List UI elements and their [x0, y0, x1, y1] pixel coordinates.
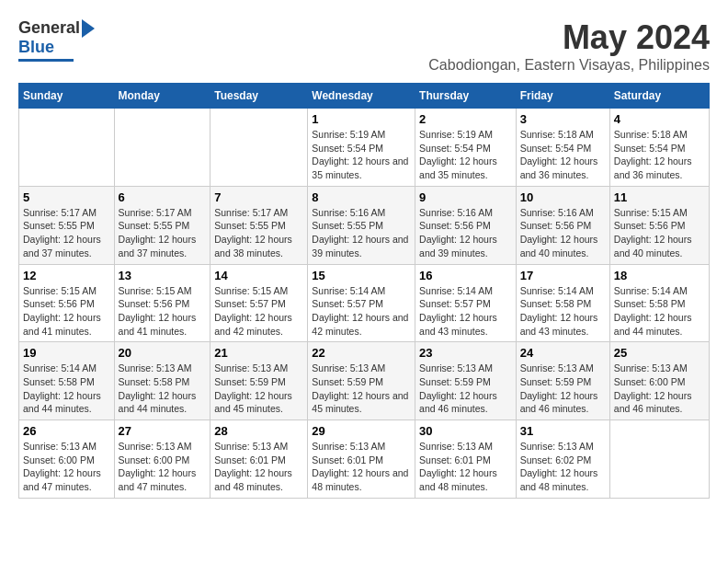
day-info: Sunrise: 5:17 AMSunset: 5:55 PMDaylight:…: [23, 206, 110, 260]
day-cell: 23Sunrise: 5:13 AMSunset: 5:59 PMDayligh…: [415, 342, 517, 420]
week-row-4: 19Sunrise: 5:14 AMSunset: 5:58 PMDayligh…: [19, 342, 710, 420]
day-cell: 24Sunrise: 5:13 AMSunset: 5:59 PMDayligh…: [516, 342, 609, 420]
day-cell: 3Sunrise: 5:18 AMSunset: 5:54 PMDaylight…: [516, 109, 609, 187]
day-cell: 30Sunrise: 5:13 AMSunset: 6:01 PMDayligh…: [415, 420, 517, 499]
day-info: Sunrise: 5:15 AMSunset: 5:56 PMDaylight:…: [119, 284, 207, 339]
logo-blue: Blue: [18, 38, 54, 57]
day-number: 19: [23, 346, 110, 360]
day-info: Sunrise: 5:13 AMSunset: 6:00 PMDaylight:…: [119, 440, 207, 494]
day-number: 6: [119, 190, 207, 204]
day-cell: 10Sunrise: 5:16 AMSunset: 5:56 PMDayligh…: [516, 186, 609, 264]
day-number: 25: [614, 346, 705, 360]
day-info: Sunrise: 5:15 AMSunset: 5:57 PMDaylight:…: [214, 284, 303, 339]
day-info: Sunrise: 5:18 AMSunset: 5:54 PMDaylight:…: [520, 128, 606, 182]
header-row: SundayMondayTuesdayWednesdayThursdayFrid…: [19, 84, 710, 109]
day-cell: 14Sunrise: 5:15 AMSunset: 5:57 PMDayligh…: [210, 264, 308, 342]
day-number: 28: [214, 424, 303, 438]
col-header-wednesday: Wednesday: [308, 84, 415, 109]
day-cell: 15Sunrise: 5:14 AMSunset: 5:57 PMDayligh…: [308, 264, 415, 342]
day-cell: 8Sunrise: 5:16 AMSunset: 5:55 PMDaylight…: [308, 186, 415, 264]
day-cell: 29Sunrise: 5:13 AMSunset: 6:01 PMDayligh…: [308, 420, 415, 499]
week-row-1: 1Sunrise: 5:19 AMSunset: 5:54 PMDaylight…: [19, 109, 710, 187]
day-cell: 31Sunrise: 5:13 AMSunset: 6:02 PMDayligh…: [516, 420, 609, 499]
day-cell: 13Sunrise: 5:15 AMSunset: 5:56 PMDayligh…: [114, 264, 210, 342]
day-number: 3: [520, 112, 606, 126]
day-number: 20: [119, 346, 207, 360]
day-info: Sunrise: 5:14 AMSunset: 5:57 PMDaylight:…: [312, 284, 411, 339]
day-number: 7: [214, 190, 303, 204]
day-number: 8: [312, 190, 411, 204]
day-number: 26: [23, 424, 110, 438]
day-cell: 22Sunrise: 5:13 AMSunset: 5:59 PMDayligh…: [308, 342, 415, 420]
day-number: 24: [520, 346, 606, 360]
day-number: 14: [214, 269, 303, 282]
day-cell: 28Sunrise: 5:13 AMSunset: 6:01 PMDayligh…: [210, 420, 308, 499]
day-info: Sunrise: 5:15 AMSunset: 5:56 PMDaylight:…: [614, 206, 705, 260]
day-cell: [609, 420, 709, 499]
day-info: Sunrise: 5:14 AMSunset: 5:58 PMDaylight:…: [520, 284, 606, 339]
day-number: 9: [419, 190, 512, 204]
day-info: Sunrise: 5:16 AMSunset: 5:55 PMDaylight:…: [312, 206, 411, 260]
col-header-saturday: Saturday: [609, 84, 709, 109]
day-info: Sunrise: 5:14 AMSunset: 5:57 PMDaylight:…: [419, 284, 512, 339]
logo-general: General: [18, 18, 80, 38]
logo-underline: [18, 59, 74, 62]
day-info: Sunrise: 5:17 AMSunset: 5:55 PMDaylight:…: [119, 206, 207, 260]
col-header-thursday: Thursday: [415, 84, 517, 109]
day-number: 18: [614, 269, 705, 282]
day-number: 31: [520, 424, 606, 438]
day-cell: [114, 109, 210, 187]
week-row-5: 26Sunrise: 5:13 AMSunset: 6:00 PMDayligh…: [19, 420, 710, 499]
day-cell: [19, 109, 115, 187]
day-cell: 11Sunrise: 5:15 AMSunset: 5:56 PMDayligh…: [609, 186, 709, 264]
header: General Blue May 2024 Cabodiongan, Easte…: [18, 18, 710, 74]
week-row-3: 12Sunrise: 5:15 AMSunset: 5:56 PMDayligh…: [19, 264, 710, 342]
day-cell: 19Sunrise: 5:14 AMSunset: 5:58 PMDayligh…: [19, 342, 115, 420]
day-info: Sunrise: 5:17 AMSunset: 5:55 PMDaylight:…: [214, 206, 303, 260]
day-info: Sunrise: 5:13 AMSunset: 5:59 PMDaylight:…: [312, 362, 411, 416]
day-info: Sunrise: 5:13 AMSunset: 6:00 PMDaylight:…: [23, 440, 110, 494]
day-cell: [210, 109, 308, 187]
day-number: 17: [520, 269, 606, 282]
logo-arrow-icon: [82, 19, 95, 38]
day-cell: 6Sunrise: 5:17 AMSunset: 5:55 PMDaylight…: [114, 186, 210, 264]
day-info: Sunrise: 5:13 AMSunset: 5:59 PMDaylight:…: [214, 362, 303, 416]
day-cell: 21Sunrise: 5:13 AMSunset: 5:59 PMDayligh…: [210, 342, 308, 420]
day-cell: 7Sunrise: 5:17 AMSunset: 5:55 PMDaylight…: [210, 186, 308, 264]
day-cell: 9Sunrise: 5:16 AMSunset: 5:56 PMDaylight…: [415, 186, 517, 264]
day-number: 2: [419, 112, 512, 126]
col-header-friday: Friday: [516, 84, 609, 109]
day-info: Sunrise: 5:14 AMSunset: 5:58 PMDaylight:…: [614, 284, 705, 339]
day-cell: 1Sunrise: 5:19 AMSunset: 5:54 PMDaylight…: [308, 109, 415, 187]
day-cell: 27Sunrise: 5:13 AMSunset: 6:00 PMDayligh…: [114, 420, 210, 499]
day-number: 12: [23, 269, 110, 282]
day-number: 13: [119, 269, 207, 282]
logo: General Blue: [18, 18, 95, 62]
month-title: May 2024: [428, 18, 710, 57]
day-cell: 5Sunrise: 5:17 AMSunset: 5:55 PMDaylight…: [19, 186, 115, 264]
day-cell: 4Sunrise: 5:18 AMSunset: 5:54 PMDaylight…: [609, 109, 709, 187]
day-number: 21: [214, 346, 303, 360]
day-info: Sunrise: 5:13 AMSunset: 6:02 PMDaylight:…: [520, 440, 606, 494]
day-info: Sunrise: 5:13 AMSunset: 6:01 PMDaylight:…: [214, 440, 303, 494]
day-info: Sunrise: 5:13 AMSunset: 6:00 PMDaylight:…: [614, 362, 705, 416]
col-header-monday: Monday: [114, 84, 210, 109]
day-info: Sunrise: 5:18 AMSunset: 5:54 PMDaylight:…: [614, 128, 705, 182]
day-info: Sunrise: 5:19 AMSunset: 5:54 PMDaylight:…: [312, 128, 411, 182]
day-cell: 26Sunrise: 5:13 AMSunset: 6:00 PMDayligh…: [19, 420, 115, 499]
day-number: 10: [520, 190, 606, 204]
day-number: 4: [614, 112, 705, 126]
day-info: Sunrise: 5:15 AMSunset: 5:56 PMDaylight:…: [23, 284, 110, 339]
day-info: Sunrise: 5:16 AMSunset: 5:56 PMDaylight:…: [520, 206, 606, 260]
day-number: 1: [312, 112, 411, 126]
day-cell: 17Sunrise: 5:14 AMSunset: 5:58 PMDayligh…: [516, 264, 609, 342]
day-number: 15: [312, 269, 411, 282]
day-number: 16: [419, 269, 512, 282]
day-info: Sunrise: 5:13 AMSunset: 5:58 PMDaylight:…: [119, 362, 207, 416]
day-number: 22: [312, 346, 411, 360]
calendar-table: SundayMondayTuesdayWednesdayThursdayFrid…: [18, 83, 710, 499]
day-info: Sunrise: 5:13 AMSunset: 5:59 PMDaylight:…: [419, 362, 512, 416]
day-cell: 20Sunrise: 5:13 AMSunset: 5:58 PMDayligh…: [114, 342, 210, 420]
day-number: 29: [312, 424, 411, 438]
col-header-tuesday: Tuesday: [210, 84, 308, 109]
